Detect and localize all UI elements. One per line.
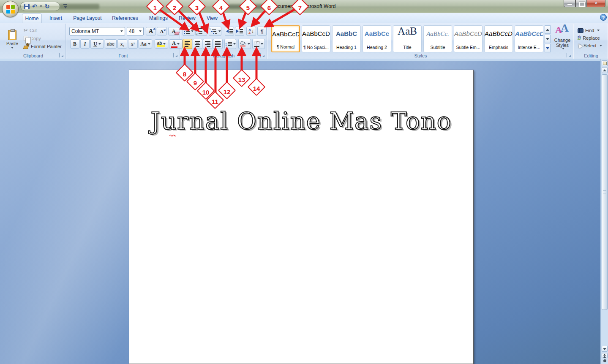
style-no-spacing[interactable]: AaBbCcD ¶ No Spaci... <box>302 25 330 52</box>
previous-page-icon[interactable] <box>602 353 608 358</box>
format-painter-button[interactable]: Format Painter <box>24 43 62 50</box>
minimize-icon[interactable] <box>564 0 575 7</box>
vertical-scrollbar[interactable] <box>600 59 608 364</box>
tab-page-layout[interactable]: Page Layout <box>68 14 106 23</box>
document-title-text[interactable]: Jurnal Online Mas Tono <box>129 107 473 135</box>
clear-formatting-button[interactable]: A <box>168 27 179 35</box>
align-right-button[interactable] <box>203 39 213 49</box>
save-icon[interactable] <box>24 4 30 9</box>
show-hide-pilcrow-button[interactable]: ¶ <box>257 27 267 36</box>
numbering-dropdown-icon[interactable] <box>204 30 206 32</box>
borders-dropdown-icon[interactable] <box>261 43 263 45</box>
style-heading2[interactable]: AaBbCc Heading 2 <box>363 25 391 52</box>
undo-dropdown-icon[interactable] <box>40 5 42 7</box>
subscript-button[interactable]: x₂ <box>117 39 127 49</box>
multilevel-list-dropdown-icon[interactable] <box>218 30 221 32</box>
scroll-up-icon[interactable] <box>602 67 608 73</box>
styles-scroll-down-icon[interactable] <box>545 35 551 43</box>
font-name-combo[interactable]: Colonna MT <box>69 27 125 35</box>
align-left-button[interactable] <box>183 39 192 49</box>
line-spacing-button[interactable]: ↕ <box>224 39 236 49</box>
multilevel-list-button[interactable]: 1 <box>209 27 221 36</box>
font-size-dropdown-icon[interactable] <box>139 30 142 32</box>
annotation-diamond-5: 5 <box>239 0 257 15</box>
close-icon[interactable] <box>587 0 605 7</box>
document-page[interactable]: Jurnal Online Mas Tono <box>129 70 474 364</box>
clipboard-dialog-launcher-icon[interactable] <box>59 53 64 57</box>
change-styles-dropdown-icon[interactable] <box>562 48 564 49</box>
font-color-dropdown-icon[interactable] <box>177 43 180 45</box>
change-case-button[interactable]: Aa <box>139 39 152 49</box>
tab-home[interactable]: Home <box>22 14 42 23</box>
bullets-dropdown-icon[interactable] <box>191 30 194 32</box>
cut-button[interactable]: ✂ Cut <box>24 27 37 34</box>
shading-dropdown-icon[interactable] <box>248 43 250 45</box>
line-spacing-icon: ↕ <box>225 41 232 46</box>
shading-button[interactable] <box>238 39 251 49</box>
line-spacing-dropdown-icon[interactable] <box>233 43 236 45</box>
style-normal[interactable]: AaBbCcD ¶ Normal <box>271 25 300 52</box>
tab-insert[interactable]: Insert <box>45 14 67 23</box>
find-dropdown-icon[interactable] <box>597 30 600 31</box>
tab-references[interactable]: References <box>108 14 142 23</box>
text-highlight-button[interactable]: ab <box>155 39 168 49</box>
select-browse-object-icon[interactable] <box>603 359 606 362</box>
style-name: Title <box>393 45 421 50</box>
style-heading1[interactable]: AaBbC Heading 1 <box>332 25 361 52</box>
sort-button[interactable]: AZ ↓ <box>246 27 256 36</box>
replace-button[interactable]: abac Replace <box>578 34 600 41</box>
style-subtle-emphasis[interactable]: AaBbCcD Subtle Em... <box>454 25 483 52</box>
scrollbar-thumb[interactable] <box>602 74 608 310</box>
change-case-dropdown-icon[interactable] <box>148 43 150 45</box>
style-title[interactable]: AaB Title <box>393 25 422 52</box>
redo-icon[interactable]: ↻ <box>45 3 50 9</box>
italic-button[interactable]: I <box>80 39 90 49</box>
restore-icon[interactable] <box>575 0 587 7</box>
scroll-down-icon[interactable] <box>602 346 608 352</box>
font-dialog-launcher-icon[interactable] <box>173 53 178 57</box>
annotation-diamond-2: 2 <box>166 0 183 15</box>
window-controls <box>564 0 605 7</box>
office-logo-icon <box>6 5 15 14</box>
change-styles-button[interactable]: AA Change Styles <box>552 25 573 53</box>
style-emphasis[interactable]: AaBbCcD Emphasis <box>484 25 513 52</box>
shrink-font-button[interactable]: A <box>157 27 167 35</box>
styles-dialog-launcher-icon[interactable] <box>567 53 571 57</box>
copy-button[interactable]: Copy <box>24 35 41 42</box>
bullets-button[interactable] <box>183 27 194 36</box>
decrease-indent-button[interactable] <box>225 27 234 36</box>
grow-font-button[interactable]: A <box>146 27 156 35</box>
justify-button[interactable] <box>213 39 223 49</box>
paste-button[interactable]: Paste <box>3 26 21 53</box>
select-button[interactable]: Select <box>578 42 602 49</box>
office-button[interactable] <box>2 1 19 17</box>
styles-gallery-more-icon[interactable] <box>545 44 551 52</box>
underline-dropdown-icon[interactable] <box>98 43 101 45</box>
bold-button[interactable]: B <box>70 39 79 49</box>
style-subtitle[interactable]: AaBbCc. Subtitle <box>423 25 452 52</box>
align-center-icon <box>195 41 200 47</box>
font-name-dropdown-icon[interactable] <box>120 30 123 32</box>
paste-dropdown-icon[interactable] <box>11 47 14 49</box>
style-name: Heading 1 <box>333 45 360 50</box>
find-button[interactable]: Find <box>578 27 600 34</box>
select-dropdown-icon[interactable] <box>600 45 602 46</box>
format-painter-icon <box>24 43 29 49</box>
help-icon[interactable]: ? <box>600 14 607 21</box>
paragraph-dialog-launcher-icon[interactable] <box>260 53 265 57</box>
increase-indent-button[interactable] <box>235 27 244 36</box>
style-intense-emphasis[interactable]: AaBbCcD Intense E... <box>515 25 543 52</box>
align-center-button[interactable] <box>193 39 202 49</box>
strikethrough-button[interactable]: abe <box>105 39 117 49</box>
styles-scroll-up-icon[interactable] <box>545 25 551 34</box>
undo-icon[interactable]: ↶ <box>32 3 37 9</box>
customize-qat-icon[interactable] <box>63 3 68 9</box>
group-font: Colonna MT 48 A A A B I U <box>67 24 180 59</box>
font-size-combo[interactable]: 48 <box>127 27 144 35</box>
view-ruler-icon[interactable] <box>602 60 608 66</box>
numbering-button[interactable]: 1 2 3 <box>195 27 207 36</box>
borders-button[interactable] <box>252 39 265 49</box>
superscript-button[interactable]: x² <box>128 39 138 49</box>
font-group-label: Font <box>67 53 180 58</box>
underline-button[interactable]: U <box>90 39 104 49</box>
